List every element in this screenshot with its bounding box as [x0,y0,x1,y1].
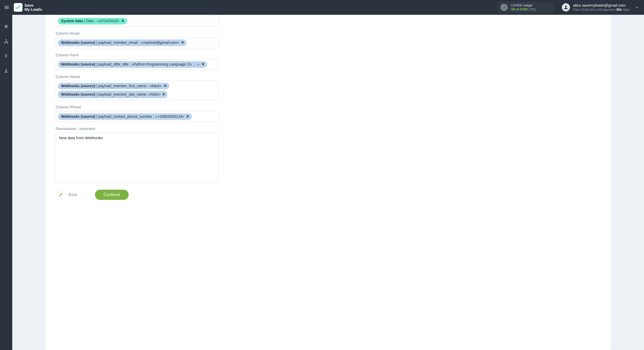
tag-webhooks-offer-title: Webhooks (source) | payload_offer_title:… [58,61,207,68]
user-info: alice.savemyleads@gmail.com Plan |Start|… [573,3,630,12]
field-block-name: Column Name Webhooks (source) | payload_… [56,74,601,100]
brand-logo[interactable]: Save My Leads [14,3,43,12]
sitemap-icon [4,39,9,44]
tag-webhooks-phone: Webhooks (source) | payload_contact_phon… [58,113,192,120]
field-block-date: System data | Date: «12/19/2022» ✕ [56,15,601,27]
leads-usage-text: LEADS usage: 69 of 2'000 (3%) [511,3,536,12]
form-actions: Back Continue [56,190,601,200]
sidebar-item-account[interactable] [2,66,11,75]
field-block-phone: Column Phone Webhooks (source) | payload… [56,105,601,122]
pencil-icon [56,190,66,200]
tag-remove-button[interactable]: ✕ [186,114,190,119]
dollar-icon [4,54,9,59]
leads-usage-widget[interactable]: i LEADS usage: 69 of 2'000 (3%) [498,2,554,13]
hamburger-icon [4,5,9,10]
field-label: Column Phone [56,105,601,109]
tag-system-data-date: System data | Date: «12/19/2022» ✕ [58,18,127,24]
discussions-comment-textarea[interactable] [56,133,219,183]
tag-webhooks-first-name: Webhooks (source) | payload_member_first… [58,83,169,89]
tag-remove-button[interactable]: ✕ [163,84,167,88]
field-label: Column Email [56,31,601,35]
brand-text: Save My Leads [25,3,43,11]
tag-webhooks-email: Webhooks (source) | payload_member_email… [58,40,187,46]
field-block-email: Column Email Webhooks (source) | payload… [56,31,601,48]
field-label: Discussions - comment [56,126,601,131]
column-name-input[interactable]: Webhooks (source) | payload_member_first… [56,81,219,100]
tag-remove-button[interactable]: ✕ [162,92,165,96]
column-phone-input[interactable]: Webhooks (source) | payload_contact_phon… [56,111,219,122]
mapping-form-card: System data | Date: «12/19/2022» ✕ Colum… [45,15,611,350]
field-label: Column Form [56,53,601,57]
info-icon: i [501,4,508,11]
user-menu-toggle[interactable] [632,3,641,12]
tag-remove-button[interactable]: ✕ [201,62,205,67]
field-block-form: Column Form Webhooks (source) | payload_… [56,53,601,70]
tag-remove-button[interactable]: ✕ [121,19,125,23]
person-icon [4,68,9,73]
avatar-icon [562,3,570,11]
topbar: Save My Leads i LEADS usage: 69 of 2'000… [0,0,644,15]
continue-button[interactable]: Continue [95,190,129,200]
sidebar-item-billing[interactable] [2,51,11,61]
field-block-discussions: Discussions - comment [56,126,601,184]
user-menu[interactable]: alice.savemyleads@gmail.com Plan |Start|… [562,3,630,12]
column-email-input[interactable]: Webhooks (source) | payload_member_email… [56,37,219,48]
column-form-input[interactable]: Webhooks (source) | payload_offer_title:… [56,59,219,70]
menu-toggle-button[interactable] [2,3,11,12]
back-button[interactable]: Back [56,190,78,200]
brand-mark-icon [14,3,22,12]
sidebar-nav [0,15,12,350]
field-label: Column Name [56,74,601,79]
sidebar-item-home[interactable] [2,22,11,31]
chevron-down-icon [635,5,639,10]
tag-remove-button[interactable]: ✕ [180,41,185,45]
tag-webhooks-last-name: Webhooks (source) | payload_member_last_… [58,91,167,98]
column-date-input[interactable]: System data | Date: «12/19/2022» ✕ [56,16,219,27]
sidebar-item-connections[interactable] [2,37,11,46]
home-icon [4,24,9,29]
